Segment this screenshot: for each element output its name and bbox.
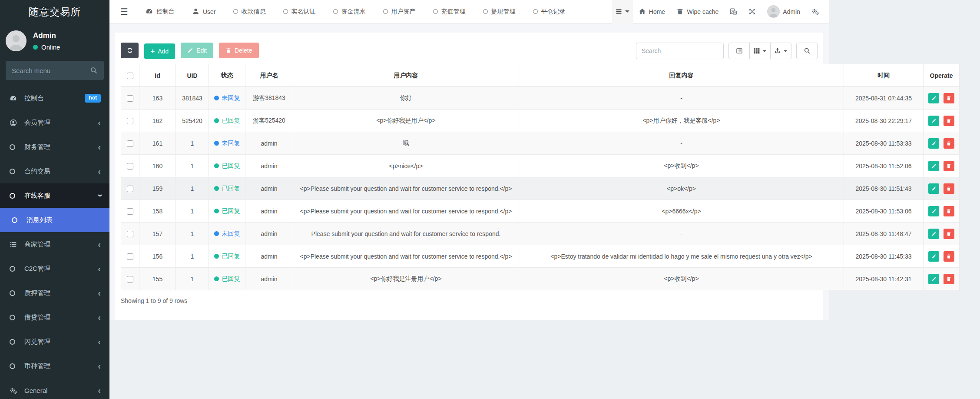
table-row: 158 1 已回复 admin <p>Please submit your qu… <box>121 200 960 223</box>
pencil-icon <box>931 231 937 236</box>
home-button[interactable]: Home <box>633 0 671 23</box>
row-checkbox[interactable] <box>127 118 133 124</box>
add-button[interactable]: + Add <box>144 43 175 59</box>
row-delete-button[interactable] <box>944 183 954 194</box>
column-header-2[interactable]: UID <box>176 64 209 87</box>
topnav-tab-8[interactable]: 提现管理 <box>474 0 524 23</box>
table-row: 156 1 已回复 admin <p>Please submit your qu… <box>121 245 960 268</box>
sidebar-item-4[interactable]: 合约交易 ‹ <box>0 159 109 183</box>
admin-menu[interactable]: Admin <box>761 0 806 23</box>
row-delete-button[interactable] <box>944 138 954 149</box>
column-header-1[interactable]: Id <box>139 64 176 87</box>
row-edit-button[interactable] <box>928 138 939 149</box>
sidebar-item-3[interactable]: 财务管理 ‹ <box>0 135 109 159</box>
circle-icon <box>383 9 388 14</box>
row-edit-button[interactable] <box>928 251 939 262</box>
trash-icon <box>225 47 232 53</box>
select-all-header <box>121 64 139 87</box>
row-delete-button[interactable] <box>944 251 954 262</box>
cogs-icon <box>811 8 819 15</box>
table-header-row: IdUID状态用户名用户内容回复内容时间Operate <box>121 64 960 87</box>
chevron-icon: ‹ <box>98 240 101 249</box>
circle-icon <box>10 169 21 174</box>
row-checkbox[interactable] <box>127 163 133 170</box>
table-row: 160 1 已回复 admin <p>nice</p> <p>收到</p> 20… <box>121 155 960 177</box>
row-delete-button[interactable] <box>944 116 954 126</box>
row-checkbox[interactable] <box>127 140 133 147</box>
delete-button[interactable]: Delete <box>219 43 258 58</box>
edit-button[interactable]: Edit <box>181 43 213 58</box>
row-edit-button[interactable] <box>928 183 939 194</box>
table-row: 161 1 未回复 admin 哦 - 2025-08-30 11:53:33 <box>121 132 960 155</box>
pencil-icon <box>931 254 937 259</box>
row-delete-button[interactable] <box>944 161 954 171</box>
row-checkbox[interactable] <box>127 276 133 283</box>
topnav-tab-2[interactable]: User <box>183 0 225 23</box>
sidebar-search-input[interactable] <box>6 61 104 80</box>
sidebar-item-12[interactable]: General ‹ <box>0 378 109 399</box>
status-badge: 已回复 <box>214 275 240 283</box>
export-button[interactable] <box>770 43 791 59</box>
sidebar-item-8[interactable]: 质押管理 ‹ <box>0 281 109 305</box>
column-header-4[interactable]: 用户名 <box>245 64 293 87</box>
sidebar-item-5[interactable]: 在线客服 ‹ <box>0 183 109 208</box>
row-edit-button[interactable] <box>928 206 939 216</box>
select-all-checkbox[interactable] <box>127 73 133 79</box>
sidebar-item-10[interactable]: 闪兑管理 ‹ <box>0 329 109 354</box>
translate-icon: 文A <box>730 8 737 15</box>
table-search-input[interactable] <box>636 43 724 59</box>
row-edit-button[interactable] <box>928 274 939 284</box>
wipe-cache-button[interactable]: Wipe cache <box>671 0 724 23</box>
columns-button[interactable] <box>749 43 771 59</box>
row-checkbox[interactable] <box>127 95 133 102</box>
sidebar-item-1[interactable]: 控制台 hot <box>0 86 109 110</box>
column-header-6[interactable]: 回复内容 <box>519 64 844 87</box>
row-edit-button[interactable] <box>928 229 939 239</box>
row-checkbox[interactable] <box>127 186 133 192</box>
row-delete-button[interactable] <box>944 206 954 216</box>
detail-view-button[interactable] <box>728 43 750 59</box>
sidebar-subitem-消息列表[interactable]: 消息列表 <box>0 208 109 232</box>
sidebar-toggle-icon[interactable]: ☰ <box>109 0 137 23</box>
chevron-icon: ‹ <box>98 143 101 151</box>
topnav-tab-9[interactable]: 平仓记录 <box>524 0 574 23</box>
row-edit-button[interactable] <box>928 161 939 171</box>
settings-button[interactable] <box>806 0 824 23</box>
column-header-8[interactable]: Operate <box>924 64 960 87</box>
row-checkbox[interactable] <box>127 208 133 215</box>
fullscreen-button[interactable] <box>743 0 761 23</box>
table-row: 163 381843 未回复 游客381843 你好 - 2025-08-31 … <box>121 87 960 110</box>
topnav-tab-1[interactable]: 控制台 <box>137 0 183 23</box>
row-delete-button[interactable] <box>944 229 954 239</box>
sidebar-item-2[interactable]: 会员管理 ‹ <box>0 110 109 135</box>
topnav-tab-7[interactable]: 充值管理 <box>424 0 474 23</box>
column-header-3[interactable]: 状态 <box>209 64 245 87</box>
topnav-tab-4[interactable]: 实名认证 <box>275 0 324 23</box>
row-checkbox[interactable] <box>127 253 133 260</box>
search-button[interactable] <box>796 43 818 59</box>
sidebar-item-11[interactable]: 币种管理 ‹ <box>0 354 109 378</box>
column-header-7[interactable]: 时间 <box>844 64 924 87</box>
sidebar-search <box>6 61 104 80</box>
sidebar-item-9[interactable]: 借贷管理 ‹ <box>0 305 109 329</box>
row-edit-button[interactable] <box>928 93 939 103</box>
user-name: Admin <box>33 31 60 40</box>
topnav-tab-5[interactable]: 资金流水 <box>324 0 374 23</box>
row-checkbox[interactable] <box>127 231 133 237</box>
sidebar-item-7[interactable]: C2C管理 ‹ <box>0 256 109 281</box>
table-search-zone <box>636 43 818 59</box>
tabs-dropdown-button[interactable] <box>612 0 633 23</box>
row-delete-button[interactable] <box>944 274 954 284</box>
column-header-5[interactable]: 用户内容 <box>293 64 519 87</box>
status-badge: 未回复 <box>214 230 240 238</box>
sidebar-item-6[interactable]: 商家管理 ‹ <box>0 232 109 256</box>
refresh-button[interactable] <box>121 43 139 58</box>
topnav-tab-6[interactable]: 用户资产 <box>374 0 424 23</box>
topnav-tab-3[interactable]: 收款信息 <box>225 0 275 23</box>
export-icon <box>774 47 781 54</box>
language-button[interactable]: 文A <box>724 0 743 23</box>
row-delete-button[interactable] <box>944 93 954 103</box>
navbar-right: Home Wipe cache 文A Admin <box>612 0 829 23</box>
chevron-icon: ‹ <box>98 289 101 297</box>
row-edit-button[interactable] <box>928 116 939 126</box>
